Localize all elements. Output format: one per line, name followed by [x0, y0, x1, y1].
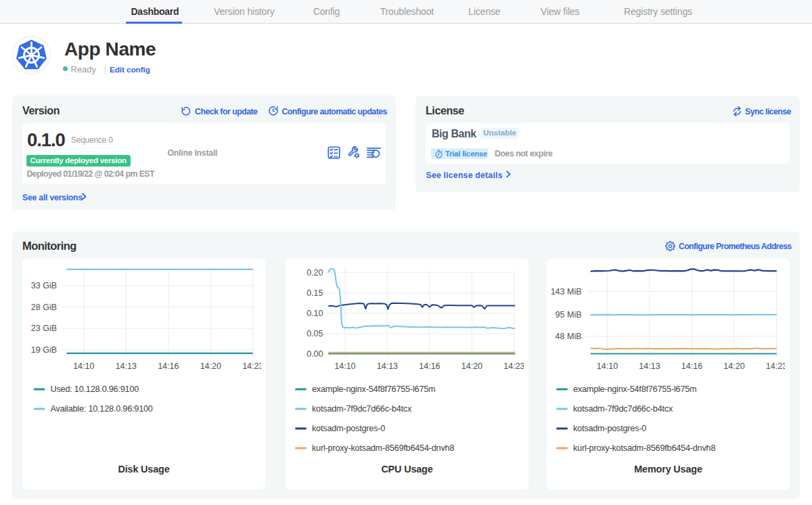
- svg-text:14:10: 14:10: [334, 361, 355, 371]
- svg-text:143 MiB: 143 MiB: [550, 287, 581, 297]
- svg-text:14:20: 14:20: [461, 361, 482, 371]
- svg-text:14:23: 14:23: [503, 361, 524, 371]
- svg-text:Disk Usage: Disk Usage: [118, 464, 169, 475]
- svg-text:kotsadm-postgres-0: kotsadm-postgres-0: [312, 424, 385, 433]
- svg-text:14:13: 14:13: [116, 361, 137, 371]
- svg-text:14:10: 14:10: [596, 361, 617, 371]
- svg-text:14:13: 14:13: [376, 361, 397, 371]
- svg-text:23 GiB: 23 GiB: [31, 324, 57, 333]
- svg-text:Used: 10.128.0.96:9100: Used: 10.128.0.96:9100: [51, 385, 139, 394]
- svg-text:0.00: 0.00: [307, 349, 323, 359]
- svg-text:0.20: 0.20: [307, 268, 323, 278]
- svg-text:14:16: 14:16: [681, 361, 702, 371]
- svg-text:kurl-proxy-kotsadm-8569fb6454-: kurl-proxy-kotsadm-8569fb6454-dnvh8: [573, 443, 715, 453]
- svg-text:19 GiB: 19 GiB: [31, 345, 57, 355]
- svg-text:0.10: 0.10: [307, 309, 323, 318]
- svg-text:kotsadm-7f9dc7d66c-b4tcx: kotsadm-7f9dc7d66c-b4tcx: [312, 404, 412, 414]
- svg-text:14:16: 14:16: [158, 361, 179, 371]
- svg-text:33 GiB: 33 GiB: [31, 281, 57, 290]
- svg-text:14:16: 14:16: [419, 361, 440, 371]
- svg-text:kurl-proxy-kotsadm-8569fb6454-: kurl-proxy-kotsadm-8569fb6454-dnvh8: [312, 443, 454, 453]
- svg-text:CPU Usage: CPU Usage: [381, 464, 432, 475]
- svg-text:kotsadm-postgres-0: kotsadm-postgres-0: [573, 424, 646, 433]
- svg-text:0.15: 0.15: [307, 288, 323, 298]
- svg-text:48 MiB: 48 MiB: [555, 332, 581, 341]
- svg-text:Available: 10.128.0.96:9100: Available: 10.128.0.96:9100: [51, 404, 153, 414]
- svg-text:95 MiB: 95 MiB: [555, 310, 581, 320]
- svg-text:14:13: 14:13: [639, 361, 660, 371]
- svg-text:14:20: 14:20: [200, 361, 221, 371]
- svg-text:28 GiB: 28 GiB: [31, 303, 57, 312]
- svg-text:14:23: 14:23: [765, 361, 785, 371]
- svg-text:example-nginx-54f8f76755-l675m: example-nginx-54f8f76755-l675m: [312, 385, 435, 394]
- svg-text:14:10: 14:10: [73, 361, 94, 371]
- svg-text:14:23: 14:23: [242, 361, 261, 371]
- svg-text:14:20: 14:20: [723, 361, 744, 371]
- svg-text:Memory Usage: Memory Usage: [634, 464, 702, 475]
- svg-text:example-nginx-54f8f76755-l675m: example-nginx-54f8f76755-l675m: [573, 385, 696, 394]
- svg-text:kotsadm-7f9dc7d66c-b4tcx: kotsadm-7f9dc7d66c-b4tcx: [573, 404, 673, 414]
- svg-text:0.05: 0.05: [307, 329, 323, 338]
